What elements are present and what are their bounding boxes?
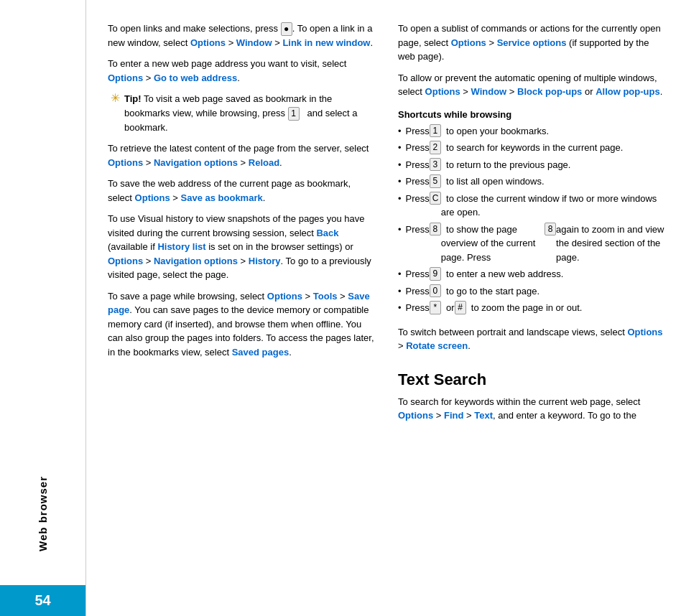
- link-back[interactable]: Back: [316, 228, 338, 238]
- para-retrieve-content: To retrieve the latest content of the pa…: [108, 141, 376, 169]
- link-history-list[interactable]: History list: [157, 241, 205, 252]
- tip-text: Tip! To visit a web page saved as bookma…: [124, 92, 376, 134]
- para-text-search: To search for keywords within the curren…: [398, 395, 667, 423]
- key-star: *: [430, 301, 441, 314]
- para-visual-history: To use Visual history to view snapshots …: [108, 212, 376, 282]
- link-window-2[interactable]: Window: [471, 86, 507, 97]
- para-rotate: To switch between portrait and landscape…: [398, 325, 667, 353]
- main-content: To open links and make selections, press…: [86, 0, 681, 616]
- shortcut-item-4: Press 5 to list all open windows.: [398, 174, 667, 189]
- key-c: C: [430, 192, 441, 205]
- key-8b: 8: [545, 223, 556, 236]
- page-number: 54: [0, 585, 85, 616]
- tip-box: ✳ Tip! To visit a web page saved as book…: [108, 92, 376, 134]
- link-options-3[interactable]: Options: [108, 157, 143, 168]
- link-reload[interactable]: Reload: [249, 157, 279, 168]
- link-text[interactable]: Text: [474, 410, 493, 421]
- left-column: To open links and make selections, press…: [108, 22, 376, 602]
- link-link-in-new-window[interactable]: Link in new window: [282, 37, 370, 48]
- link-block-popups[interactable]: Block pop-ups: [517, 86, 582, 97]
- key-5: 5: [430, 174, 441, 188]
- link-options-4[interactable]: Options: [135, 192, 170, 203]
- shortcut-item-6: Press 8 to show the page overview of the…: [398, 223, 667, 265]
- para-save-bookmark: To save the web address of the current p…: [108, 177, 376, 205]
- para-sublist: To open a sublist of commands or actions…: [398, 22, 667, 64]
- key-select: ●: [281, 22, 292, 36]
- link-saved-pages[interactable]: Saved pages: [232, 347, 289, 358]
- link-service-options[interactable]: Service options: [497, 37, 567, 48]
- link-history[interactable]: History: [249, 256, 281, 266]
- link-options-10[interactable]: Options: [398, 410, 433, 421]
- shortcut-item-3: Press 3 to return to the previous page.: [398, 158, 667, 172]
- shortcuts-heading: Shortcuts while browsing: [398, 109, 667, 120]
- para-popups: To allow or prevent the automatic openin…: [398, 71, 667, 99]
- key-0: 0: [430, 284, 441, 298]
- key-1: 1: [430, 124, 441, 138]
- shortcut-item-7: Press 9 to enter a new web address.: [398, 267, 667, 281]
- link-options-2[interactable]: Options: [108, 73, 143, 83]
- link-options-7[interactable]: Options: [451, 37, 486, 48]
- shortcut-item-5: Press C to close the current window if t…: [398, 192, 667, 220]
- link-options-8[interactable]: Options: [425, 86, 460, 97]
- link-options-6[interactable]: Options: [267, 291, 302, 302]
- shortcut-item-9: Press * or # to zoom the page in or out.: [398, 301, 667, 315]
- link-window-1[interactable]: Window: [236, 37, 272, 48]
- sidebar: Web browser 54: [0, 0, 86, 616]
- shortcut-item-8: Press 0 to go to the start page.: [398, 284, 667, 299]
- link-navigation-options-2[interactable]: Navigation options: [154, 256, 238, 266]
- link-options-1[interactable]: Options: [190, 37, 226, 48]
- shortcut-item-1: Press 1 to open your bookmarks.: [398, 124, 667, 139]
- para-open-links: To open links and make selections, press…: [108, 22, 376, 50]
- link-options-5[interactable]: Options: [108, 256, 143, 266]
- sidebar-label: Web browser: [37, 476, 49, 551]
- link-rotate-screen[interactable]: Rotate screen: [406, 340, 468, 351]
- link-find[interactable]: Find: [444, 410, 463, 421]
- tip-icon: ✳: [111, 91, 120, 105]
- link-options-9[interactable]: Options: [627, 327, 662, 337]
- key-3: 3: [430, 158, 441, 172]
- link-go-to-web-address[interactable]: Go to web address: [154, 73, 237, 83]
- shortcuts-list: Press 1 to open your bookmarks. Press 2 …: [398, 124, 667, 318]
- key-9: 9: [430, 267, 441, 281]
- para-enter-address: To enter a new web page address you want…: [108, 57, 376, 85]
- link-allow-popups[interactable]: Allow pop-ups: [596, 86, 660, 97]
- key-1-tip: 1: [288, 107, 300, 121]
- link-save-as-bookmark[interactable]: Save as bookmark: [181, 192, 263, 203]
- key-2: 2: [430, 141, 441, 154]
- key-8a: 8: [430, 223, 441, 236]
- shortcut-item-2: Press 2 to search for keywords in the cu…: [398, 141, 667, 155]
- link-tools[interactable]: Tools: [313, 291, 338, 302]
- key-hash: #: [455, 301, 466, 314]
- right-column: To open a sublist of commands or actions…: [398, 22, 667, 602]
- link-navigation-options-1[interactable]: Navigation options: [154, 157, 238, 168]
- text-search-heading: Text Search: [398, 370, 667, 389]
- para-save-page: To save a page while browsing, select Op…: [108, 289, 376, 360]
